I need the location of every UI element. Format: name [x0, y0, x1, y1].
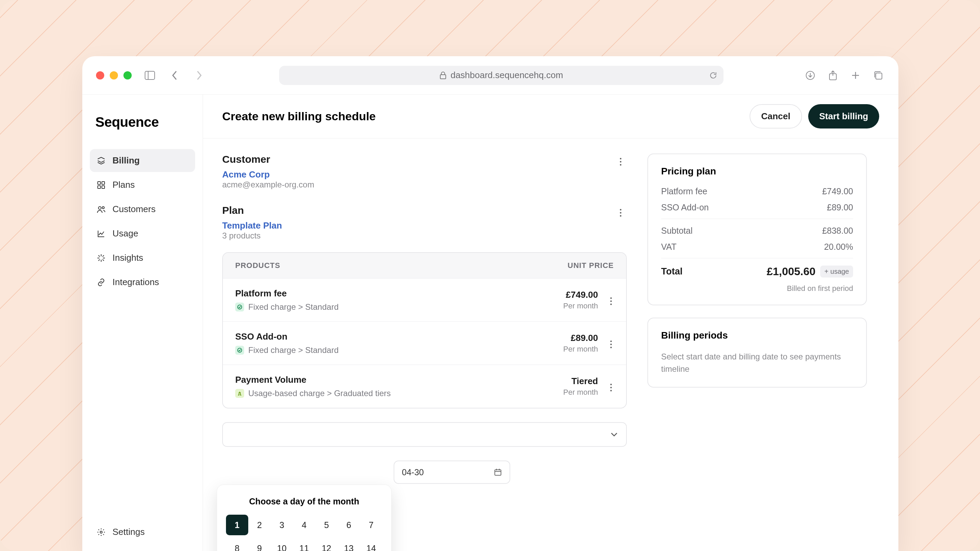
subtotal-value: £838.00: [822, 226, 853, 236]
date-input[interactable]: 04-30: [394, 460, 510, 484]
reload-icon[interactable]: [709, 71, 718, 79]
billing-icon: [96, 156, 106, 166]
vat-label: VAT: [661, 242, 676, 252]
date-value: 04-30: [402, 467, 424, 477]
day-cell[interactable]: 2: [248, 514, 270, 535]
browser-window: dashboard.sequencehq.com: [82, 56, 898, 551]
start-billing-button[interactable]: Start billing: [808, 104, 879, 129]
svg-rect-8: [98, 182, 100, 184]
cancel-button[interactable]: Cancel: [749, 104, 802, 129]
sidebar-item-usage[interactable]: Usage: [90, 222, 195, 245]
plan-product-count: 3 products: [222, 231, 614, 241]
svg-point-12: [99, 206, 101, 210]
sidebar-item-label: Plans: [113, 179, 135, 190]
sidebar-item-label: Billing: [113, 155, 140, 166]
product-row-menu-icon[interactable]: [605, 381, 617, 394]
sidebar-nav: Billing Plans Customers: [90, 149, 195, 294]
day-picker-title: Choose a day of the month: [226, 497, 382, 507]
address-bar[interactable]: dashboard.sequencehq.com: [279, 66, 724, 85]
tabs-overview-icon[interactable]: [872, 69, 885, 82]
pricing-line-value: £89.00: [827, 203, 853, 213]
main-header: Create new billing schedule Cancel Start…: [203, 95, 898, 138]
traffic-lights: [96, 71, 132, 79]
customer-heading: Customer: [222, 154, 614, 165]
product-row: SSO Add-on Fixed charge > Standard: [223, 321, 626, 365]
sidebar-item-insights[interactable]: Insights: [90, 246, 195, 269]
maximize-window-icon[interactable]: [123, 71, 132, 79]
vat-value: 20.00%: [824, 242, 853, 252]
download-icon[interactable]: [804, 69, 817, 82]
total-value: £1,005.60: [767, 265, 815, 278]
sidebar-item-label: Customers: [113, 204, 156, 214]
integrations-icon: [96, 277, 106, 287]
day-cell[interactable]: 6: [338, 514, 360, 535]
day-cell[interactable]: 12: [315, 538, 338, 551]
day-cell[interactable]: 4: [293, 514, 315, 535]
day-cell[interactable]: 11: [293, 538, 315, 551]
frequency-select[interactable]: [222, 422, 627, 447]
charge-type-icon: [235, 346, 244, 355]
day-cell[interactable]: 10: [270, 538, 293, 551]
svg-point-13: [102, 206, 104, 209]
pricing-plan-card: Pricing plan Platform fee £749.00 SSO Ad…: [648, 154, 867, 305]
day-cell[interactable]: 1: [226, 514, 248, 535]
customer-menu-icon[interactable]: [614, 156, 627, 168]
back-icon[interactable]: [168, 69, 181, 82]
svg-point-27: [620, 212, 622, 214]
pricing-line-label: SSO Add-on: [661, 203, 709, 213]
day-cell[interactable]: 9: [248, 538, 270, 551]
billing-periods-card: Billing periods Select start date and bi…: [648, 318, 867, 387]
day-cell[interactable]: 14: [360, 538, 382, 551]
svg-rect-2: [440, 75, 446, 79]
product-row-menu-icon[interactable]: [605, 338, 617, 351]
svg-rect-7: [876, 73, 882, 79]
billed-note: Billed on first period: [661, 284, 853, 293]
sidebar-item-plans[interactable]: Plans: [90, 173, 195, 196]
sidebar-item-integrations[interactable]: Integrations: [90, 271, 195, 294]
plan-menu-icon[interactable]: [614, 206, 627, 219]
sidebar-item-customers[interactable]: Customers: [90, 198, 195, 221]
minimize-window-icon[interactable]: [110, 71, 118, 79]
charge-type-icon: [235, 389, 244, 398]
sidebar-toggle-icon[interactable]: [143, 69, 156, 82]
svg-line-20: [99, 259, 100, 261]
new-tab-icon[interactable]: [849, 69, 862, 82]
product-scheme: Fixed charge > Standard: [248, 302, 339, 312]
pricing-plan-title: Pricing plan: [661, 166, 853, 177]
svg-rect-9: [102, 182, 105, 184]
usage-tag: + usage: [820, 265, 853, 278]
close-window-icon[interactable]: [96, 71, 104, 79]
day-cell[interactable]: 3: [270, 514, 293, 535]
sidebar-item-label: Integrations: [113, 277, 159, 287]
sidebar-item-settings[interactable]: Settings: [90, 521, 195, 543]
svg-point-39: [610, 390, 612, 391]
sidebar-item-label: Settings: [113, 527, 145, 537]
svg-point-36: [610, 346, 612, 348]
forward-icon[interactable]: [193, 69, 206, 82]
sidebar-item-label: Usage: [113, 228, 138, 239]
svg-point-22: [100, 531, 102, 533]
day-cell[interactable]: 7: [360, 514, 382, 535]
sidebar-item-billing[interactable]: Billing: [90, 149, 195, 172]
customer-name-link[interactable]: Acme Corp: [222, 169, 614, 180]
svg-point-38: [610, 386, 612, 388]
product-row: Payment Volume Usage-based charge > Grad…: [223, 365, 626, 408]
svg-line-19: [102, 259, 104, 261]
day-cell[interactable]: 13: [338, 538, 360, 551]
products-table: PRODUCTS UNIT PRICE Platform fee: [222, 252, 627, 408]
product-price-type: Tiered: [563, 376, 598, 386]
day-cell[interactable]: 5: [315, 514, 338, 535]
address-url: dashboard.sequencehq.com: [450, 70, 563, 81]
share-icon[interactable]: [826, 69, 839, 82]
svg-line-21: [102, 255, 104, 257]
gear-icon: [96, 527, 106, 537]
billing-periods-title: Billing periods: [661, 330, 853, 341]
plan-name-link[interactable]: Template Plan: [222, 220, 614, 231]
svg-rect-10: [98, 186, 100, 189]
svg-rect-0: [145, 71, 154, 79]
product-row-menu-icon[interactable]: [605, 295, 617, 307]
product-name: Payment Volume: [235, 375, 557, 385]
day-cell[interactable]: 8: [226, 538, 248, 551]
product-name: Platform fee: [235, 288, 557, 299]
svg-point-23: [620, 158, 622, 160]
